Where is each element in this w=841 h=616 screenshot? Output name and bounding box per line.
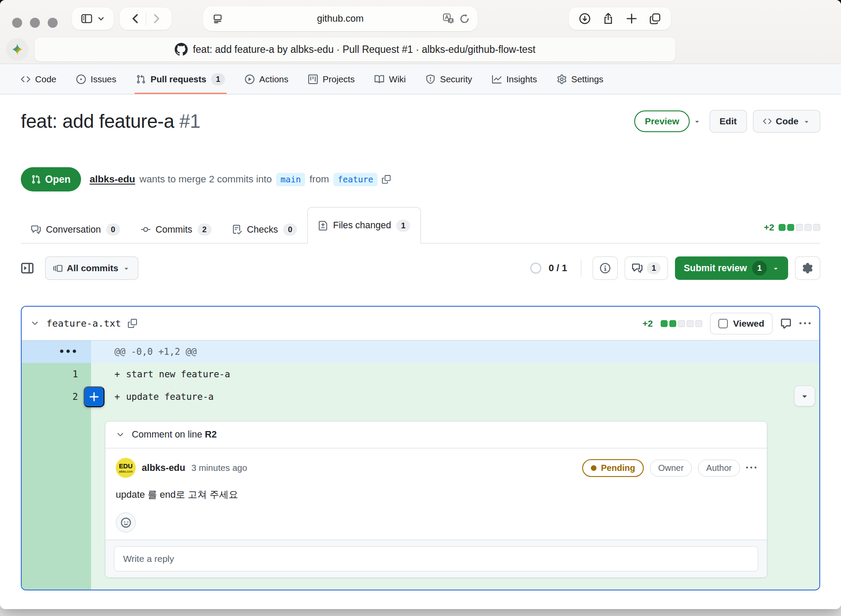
tab-conversation[interactable]: Conversation 0	[21, 216, 130, 243]
add-line-comment-button[interactable]	[84, 386, 104, 407]
sidebar-toggle-button[interactable]	[72, 7, 114, 30]
copy-branch-icon[interactable]	[382, 175, 391, 184]
diff-line-2[interactable]: 2 +update feature-a	[22, 386, 819, 408]
avatar[interactable]: EDU albks.com	[116, 458, 136, 478]
nav-item-projects[interactable]: Projects	[308, 64, 355, 94]
nav-item-code[interactable]: Code	[21, 64, 56, 94]
browser-toolbar: github.com feat: add feature-a by albks-…	[0, 0, 841, 64]
review-comments-count: 1	[647, 262, 661, 274]
viewed-button[interactable]: Viewed	[710, 313, 773, 334]
issue-opened-icon	[76, 75, 86, 84]
toolbar-actions	[569, 7, 671, 30]
repo-nav: Code Issues Pull requests 1 Actions Proj…	[0, 64, 841, 94]
ai-assistant-button[interactable]	[6, 38, 29, 61]
downloads-icon[interactable]	[579, 13, 591, 25]
nav-item-pull-requests[interactable]: Pull requests 1	[136, 64, 225, 94]
forward-button[interactable]	[150, 13, 162, 24]
file-name[interactable]: feature-a.txt	[46, 318, 121, 329]
viewed-checkbox[interactable]	[718, 319, 728, 328]
zoom-window-button[interactable]	[48, 18, 58, 28]
browser-window: github.com feat: add feature-a by albks-…	[0, 0, 841, 609]
tab-files-changed[interactable]: Files changed 1	[307, 207, 421, 243]
nav-item-insights[interactable]: Insights	[492, 64, 537, 94]
checks-count: 0	[283, 224, 297, 236]
back-button[interactable]	[130, 13, 141, 24]
files-changed-count: 1	[396, 220, 410, 232]
sidebar-icon	[81, 13, 93, 25]
page-settings-icon[interactable]	[212, 13, 223, 24]
diff-gutter-fill	[22, 408, 91, 590]
reload-icon[interactable]	[459, 13, 470, 24]
preview-caret-icon[interactable]	[693, 117, 701, 125]
nav-item-issues[interactable]: Issues	[76, 64, 116, 94]
viewed-progress-ring	[530, 263, 541, 274]
nav-label: Issues	[91, 74, 116, 84]
file-diff-additions: +2	[642, 318, 653, 329]
pr-title-text: feat: add feature-a	[21, 110, 174, 132]
address-bar[interactable]: github.com	[203, 6, 478, 31]
base-branch-label[interactable]: main	[276, 173, 305, 186]
page-title: feat: add feature-a #1	[21, 110, 200, 132]
info-button[interactable]	[593, 256, 618, 280]
minimize-window-button[interactable]	[30, 18, 40, 28]
head-branch-label[interactable]: feature	[333, 173, 378, 186]
pr-tab-nav: Conversation 0 Commits 2 Checks 0 Files …	[21, 207, 820, 243]
pr-author-link[interactable]: albks-edu	[90, 174, 135, 185]
comment-options-kebab-icon[interactable]	[746, 463, 756, 473]
nav-item-wiki[interactable]: Wiki	[375, 64, 406, 94]
submit-review-button[interactable]: Submit review 1	[675, 256, 788, 280]
comment-discussion-icon	[31, 225, 41, 234]
collapse-thread-icon[interactable]	[116, 430, 125, 439]
file-tree-toggle-button[interactable]	[21, 262, 34, 275]
collapse-file-icon[interactable]	[30, 319, 39, 328]
line-number[interactable]: 1	[22, 363, 91, 386]
git-pull-request-icon	[31, 175, 41, 184]
triangle-down-icon	[800, 391, 809, 401]
smiley-icon	[121, 518, 131, 528]
comment-thread-header[interactable]: Comment on line R2	[105, 421, 767, 448]
reply-input[interactable]	[114, 546, 758, 571]
file-options-kebab-icon[interactable]	[799, 318, 811, 329]
submit-review-caret-icon[interactable]	[772, 265, 779, 272]
all-commits-dropdown[interactable]: All commits	[45, 256, 138, 280]
hunk-expand-gutter[interactable]: •••	[22, 340, 91, 363]
play-icon	[245, 75, 254, 84]
viewed-progress-text: 0 / 1	[548, 263, 567, 274]
line-number[interactable]: 2	[22, 386, 91, 408]
nav-item-security[interactable]: Security	[426, 64, 472, 94]
code-icon	[763, 117, 772, 126]
add-reaction-button[interactable]	[116, 512, 136, 532]
file-diff-card: feature-a.txt +2 Viewed ••• @@ -0,0 +1,2…	[21, 306, 820, 590]
tab-checks[interactable]: Checks 0	[222, 216, 308, 243]
nav-item-settings[interactable]: Settings	[557, 64, 603, 94]
active-tab[interactable]: feat: add feature-a by albks-edu · Pull …	[35, 37, 675, 62]
copy-file-path-icon[interactable]	[128, 319, 137, 328]
merge-summary: albks-edu wants to merge 2 commits into …	[90, 173, 391, 186]
review-comments-button[interactable]: 1	[625, 256, 668, 280]
code-button[interactable]: Code	[753, 110, 821, 133]
code-caret-icon	[803, 118, 810, 125]
nav-item-actions[interactable]: Actions	[245, 64, 288, 94]
line-actions-dropdown-button[interactable]	[794, 386, 815, 406]
diff-stat-blocks	[779, 224, 820, 231]
comment-line-ref: R2	[205, 429, 217, 440]
owner-badge: Owner	[650, 460, 692, 477]
file-comment-icon[interactable]	[780, 318, 792, 329]
author-badge: Author	[698, 460, 740, 477]
close-window-button[interactable]	[12, 18, 22, 28]
translate-icon[interactable]	[443, 13, 454, 24]
comment-author-link[interactable]: albks-edu	[142, 463, 185, 473]
gear-icon	[802, 263, 813, 273]
edit-button[interactable]: Edit	[710, 110, 747, 133]
preview-button[interactable]: Preview	[634, 110, 689, 132]
chevron-down-icon	[97, 15, 105, 23]
diff-settings-button[interactable]	[795, 256, 820, 280]
new-tab-icon[interactable]	[626, 13, 638, 25]
sparkle-icon	[11, 43, 24, 56]
tab-commits[interactable]: Commits 2	[130, 216, 222, 243]
diff-line-1[interactable]: 1 +start new feature-a	[22, 363, 819, 386]
share-icon[interactable]	[602, 13, 614, 25]
diff-stat: +2	[764, 222, 820, 233]
window-controls[interactable]	[12, 18, 58, 28]
tab-overview-icon[interactable]	[649, 13, 661, 25]
